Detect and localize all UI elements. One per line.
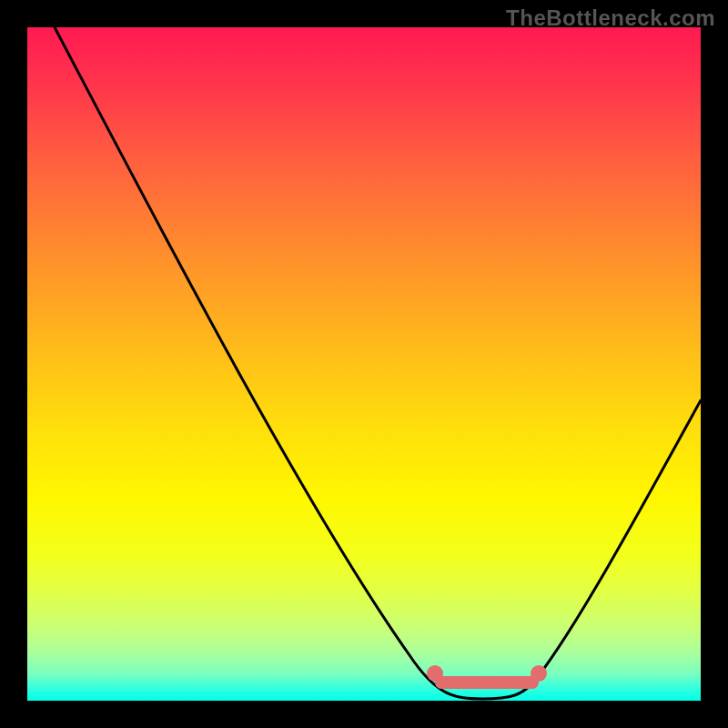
- optimal-zone-dot-left: [427, 665, 443, 682]
- plot-area: [27, 27, 701, 701]
- bottleneck-curve: [55, 27, 701, 699]
- optimal-zone-dot-right: [531, 665, 547, 682]
- bottleneck-curve-svg: [27, 27, 701, 701]
- chart-container: TheBottleneck.com: [0, 0, 728, 728]
- watermark-text: TheBottleneck.com: [506, 5, 715, 31]
